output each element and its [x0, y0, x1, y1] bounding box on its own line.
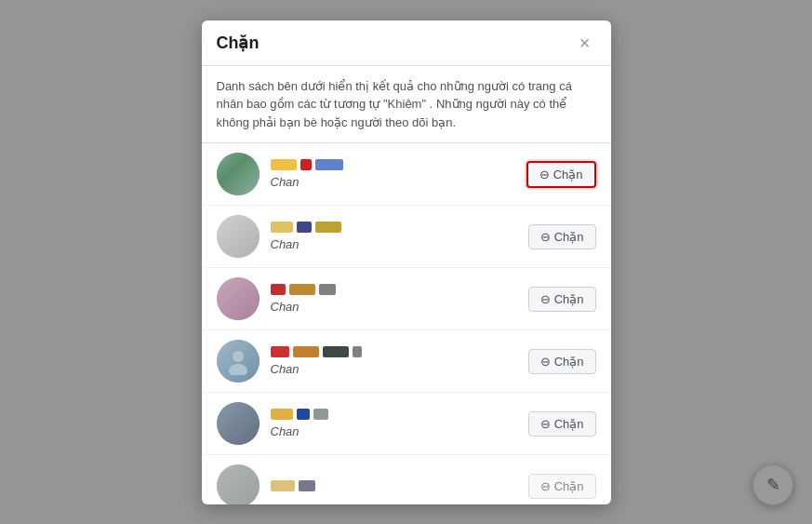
person-name-block: [271, 480, 517, 491]
name-part: [299, 480, 315, 491]
person-info: Chan: [271, 222, 517, 251]
person-row: ⊖ Chặn: [202, 455, 611, 504]
person-row: Chan ⊖ Chặn: [202, 330, 611, 393]
name-part: [293, 346, 319, 357]
name-part: [297, 409, 310, 420]
block-button[interactable]: ⊖ Chặn: [528, 474, 596, 499]
person-name-block: [271, 284, 517, 295]
name-part: [271, 409, 293, 420]
person-info: [271, 480, 517, 491]
modal-dialog: Chặn × Danh sách bên dưới hiển thị kết q…: [202, 20, 611, 504]
chan-text: Chan: [271, 300, 300, 314]
block-button[interactable]: ⊖ Chặn: [528, 224, 596, 249]
avatar: [217, 277, 260, 320]
block-icon: ⊖: [540, 355, 551, 369]
person-name-block: [271, 346, 517, 357]
modal-description: Danh sách bên dưới hiển thị kết quả cho …: [202, 66, 611, 144]
modal-header: Chặn ×: [202, 20, 611, 66]
name-part: [271, 284, 286, 295]
name-part: [313, 409, 328, 420]
name-part: [289, 284, 315, 295]
avatar: [217, 153, 260, 195]
block-icon: ⊖: [540, 417, 551, 431]
name-part: [297, 222, 312, 233]
modal-close-button[interactable]: ×: [574, 32, 596, 54]
block-icon: ⊖: [540, 479, 551, 493]
avatar: [217, 340, 260, 383]
name-part: [271, 159, 297, 170]
svg-point-1: [229, 364, 247, 375]
name-part: [315, 159, 343, 170]
block-icon: ⊖: [540, 292, 551, 306]
modal-title: Chặn: [217, 33, 260, 53]
name-part: [319, 284, 336, 295]
chan-text: Chan: [271, 237, 300, 251]
block-icon: ⊖: [540, 230, 551, 244]
person-info: Chan: [271, 346, 517, 376]
person-row: Chan ⊖ Chặn: [202, 206, 611, 268]
name-part: [271, 222, 293, 233]
chan-text: Chan: [271, 424, 300, 438]
avatar: [217, 402, 260, 445]
chan-text: Chan: [271, 362, 300, 376]
person-info: Chan: [271, 409, 517, 438]
block-icon: ⊖: [539, 168, 550, 181]
person-row: Chan ⊖ Chặn: [202, 143, 611, 206]
name-part: [271, 480, 295, 491]
name-part: [323, 346, 349, 357]
person-name-block: [271, 409, 517, 420]
modal-overlay: Chặn × Danh sách bên dưới hiển thị kết q…: [0, 0, 812, 524]
person-name-block: [271, 159, 515, 170]
avatar: [217, 464, 260, 504]
avatar: [217, 215, 260, 258]
name-part: [300, 159, 312, 170]
name-part: [315, 222, 341, 233]
block-button[interactable]: ⊖ Chặn: [528, 411, 596, 437]
modal-people-list: Chan ⊖ Chặn: [202, 143, 611, 504]
person-name-block: [271, 222, 517, 233]
person-row: Chan ⊖ Chặn: [202, 393, 611, 455]
name-part: [271, 346, 289, 357]
block-button[interactable]: ⊖ Chặn: [526, 161, 596, 188]
person-info: Chan: [271, 284, 517, 314]
chan-text: Chan: [271, 175, 300, 189]
person-info: Chan: [271, 159, 515, 189]
person-row: Chan ⊖ Chặn: [202, 268, 611, 330]
block-button[interactable]: ⊖ Chặn: [528, 349, 596, 374]
svg-point-0: [233, 351, 244, 362]
block-button[interactable]: ⊖ Chặn: [528, 287, 596, 312]
name-part: [353, 346, 362, 357]
